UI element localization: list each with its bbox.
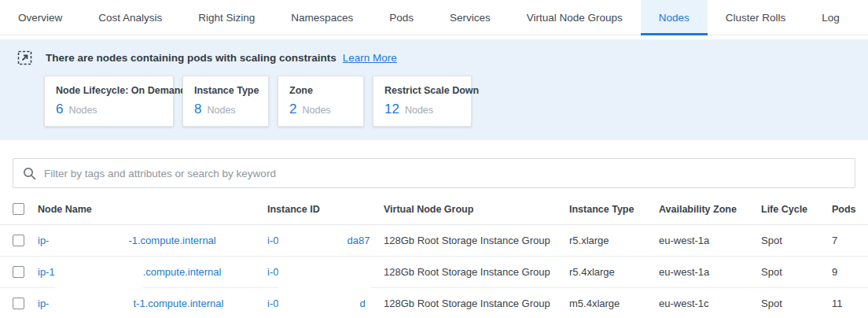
column-header-node-name[interactable]: Node Name (38, 204, 267, 215)
card-title: Node Lifecycle: On Demand (56, 85, 162, 96)
table-row: ip-1.compute.internal i-0 128Gb Root Sto… (0, 257, 868, 288)
instance-id-link[interactable]: i-0 (267, 235, 278, 246)
redacted-text (55, 264, 143, 292)
card-count: 12 (384, 102, 399, 117)
table-header-row: Node Name Instance ID Virtual Node Group… (0, 194, 868, 225)
table-row: ip-t-1.compute.internal i-0d 128Gb Root … (0, 288, 868, 318)
redacted-text (278, 264, 371, 292)
tab-log[interactable]: Log (804, 0, 858, 35)
card-count: 8 (194, 102, 201, 117)
node-name-link[interactable]: ip- (38, 235, 49, 246)
tab-bar: Overview Cost Analysis Right Sizing Name… (0, 0, 868, 35)
banner-message: There are nodes containing pods with sca… (46, 52, 337, 64)
availability-zone-cell: eu-west-1c (659, 298, 761, 309)
column-header-pods[interactable]: Pods (832, 204, 868, 215)
table-row: ip--1.compute.internal i-0da87 128Gb Roo… (0, 225, 868, 257)
tab-right-sizing[interactable]: Right Sizing (180, 0, 273, 35)
select-all-checkbox[interactable] (13, 203, 24, 215)
constraint-summary-cards: Node Lifecycle: On Demand 6 Nodes Instan… (44, 76, 855, 127)
tab-cluster-rolls[interactable]: Cluster Rolls (708, 0, 804, 35)
availability-zone-cell: eu-west-1a (659, 235, 761, 246)
row-checkbox[interactable] (13, 266, 24, 278)
search-input[interactable] (44, 168, 845, 179)
card-node-lifecycle-on-demand[interactable]: Node Lifecycle: On Demand 6 Nodes (44, 76, 174, 127)
tab-cost-analysis[interactable]: Cost Analysis (80, 0, 180, 35)
virtual-node-group-cell: 128Gb Root Storage Instance Group (384, 298, 569, 309)
learn-more-link[interactable]: Learn More (343, 52, 397, 64)
tab-virtual-node-groups[interactable]: Virtual Node Groups (509, 0, 641, 35)
column-header-instance-type[interactable]: Instance Type (569, 204, 659, 215)
card-unit: Nodes (68, 105, 97, 116)
tab-pods[interactable]: Pods (371, 0, 432, 35)
card-title: Zone (289, 85, 352, 96)
card-instance-type[interactable]: Instance Type 8 Nodes (182, 76, 269, 127)
tab-overview[interactable]: Overview (0, 0, 80, 35)
column-header-instance-id[interactable]: Instance ID (267, 204, 384, 215)
card-title: Instance Type (194, 85, 257, 96)
card-count: 2 (289, 102, 296, 117)
availability-zone-cell: eu-west-1a (659, 266, 761, 278)
nodes-table: Node Name Instance ID Virtual Node Group… (0, 194, 868, 318)
node-name-link[interactable]: t-1.compute.internal (133, 298, 223, 309)
card-restrict-scale-down[interactable]: Restrict Scale Down 12 Nodes (373, 76, 472, 127)
redacted-text (278, 295, 359, 318)
column-header-availability-zone[interactable]: Availability Zone (659, 204, 761, 215)
redacted-text (278, 232, 347, 250)
node-name-link[interactable]: ip- (38, 298, 49, 309)
card-unit: Nodes (207, 105, 235, 116)
node-name-link[interactable]: .compute.internal (143, 266, 222, 278)
card-title: Restrict Scale Down (384, 85, 460, 96)
column-header-life-cycle[interactable]: Life Cycle (761, 204, 832, 215)
row-checkbox[interactable] (13, 235, 24, 246)
life-cycle-cell: Spot (761, 266, 832, 278)
pods-cell: 7 (832, 235, 868, 246)
redacted-text (49, 295, 133, 318)
instance-type-cell: m5.4xlarge (569, 298, 659, 309)
cluster-nodes-page: Overview Cost Analysis Right Sizing Name… (0, 0, 868, 318)
life-cycle-cell: Spot (761, 298, 832, 309)
life-cycle-cell: Spot (761, 235, 832, 246)
column-header-virtual-node-group[interactable]: Virtual Node Group (384, 204, 569, 215)
instance-id-link[interactable]: i-0 (267, 266, 278, 278)
instance-id-link[interactable]: i-0 (267, 298, 278, 309)
search-icon (23, 167, 36, 180)
scaling-constraint-icon (17, 50, 32, 65)
instance-type-cell: r5.xlarge (569, 235, 659, 246)
tab-nodes[interactable]: Nodes (641, 0, 708, 35)
instance-type-cell: r5.4xlarge (569, 266, 659, 278)
instance-id-link[interactable]: d (359, 298, 365, 309)
node-name-link[interactable]: -1.compute.internal (128, 235, 215, 246)
card-unit: Nodes (302, 105, 330, 116)
pods-cell: 9 (832, 266, 868, 278)
card-zone[interactable]: Zone 2 Nodes (278, 76, 364, 127)
virtual-node-group-cell: 128Gb Root Storage Instance Group (384, 266, 569, 278)
card-count: 6 (56, 102, 63, 117)
redacted-text (49, 232, 128, 250)
tab-namespaces[interactable]: Namespaces (273, 0, 371, 35)
filter-search-box[interactable] (13, 158, 855, 188)
card-unit: Nodes (405, 105, 433, 116)
instance-id-link[interactable]: da87 (347, 235, 370, 246)
scaling-constraints-banner: There are nodes containing pods with sca… (0, 39, 868, 140)
pods-cell: 11 (832, 298, 868, 309)
tab-services[interactable]: Services (432, 0, 509, 35)
row-checkbox[interactable] (13, 298, 24, 309)
virtual-node-group-cell: 128Gb Root Storage Instance Group (384, 235, 569, 246)
node-name-link[interactable]: ip-1 (38, 266, 55, 278)
